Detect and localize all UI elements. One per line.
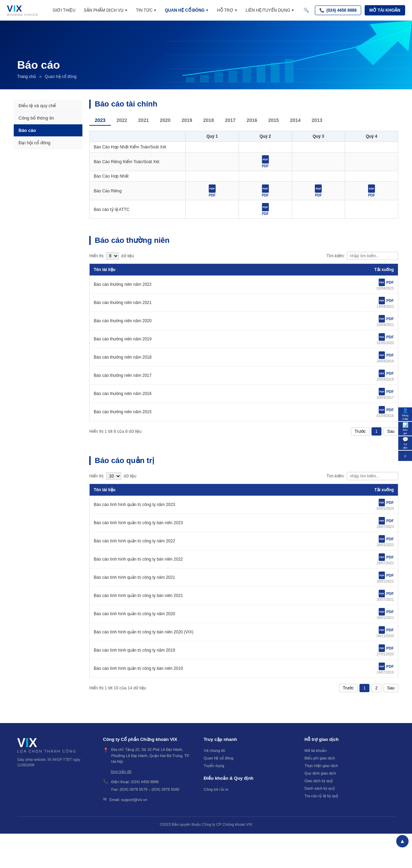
logo[interactable]: VIX Winning choice	[7, 4, 38, 16]
mgmt-pdf-link-8[interactable]: PDF PDF 27/01/2020	[339, 644, 394, 656]
year-tab-2014[interactable]: 2014	[284, 115, 306, 126]
mgmt-pdf-link-7[interactable]: PDF PDF 04/11/2020	[339, 626, 394, 638]
pdf-link-r3q3[interactable]: PDFPDF	[296, 184, 341, 197]
mgmt-row-name: Báo cáo tình hình quản trị công ty bán n…	[90, 550, 335, 568]
svg-rect-13	[285, 59, 294, 82]
year-tab-2013[interactable]: 2013	[306, 115, 328, 126]
mgmt-page-1[interactable]: 1	[359, 684, 369, 692]
footer-link-about[interactable]: Về chúng tôi	[204, 747, 294, 754]
pdf-link-r3q4[interactable]: PDFPDF	[349, 184, 394, 197]
sidebar-item-rules[interactable]: Điều lệ và quy chế	[14, 100, 82, 112]
table-row: Báo Cáo Riêng PDFPDF PDFPDF	[90, 182, 398, 200]
mgmt-pdf-link-9[interactable]: PDF PDF 24/07/2019	[339, 663, 394, 674]
nav-item-products[interactable]: SẢN PHẨM DỊCH VỤ▼	[80, 0, 132, 21]
sidebar-item-disclosure[interactable]: Công bố thông tin	[14, 112, 82, 124]
phone-button[interactable]: 📞(024) 4456 8888	[315, 5, 361, 15]
side-btn-next[interactable]: ›	[398, 451, 412, 461]
footer-link-rules[interactable]: Quy định giao dịch	[305, 769, 395, 777]
pdf-link-r3q2[interactable]: PDFPDF	[243, 184, 288, 197]
pdf-link-r1q2[interactable]: PDF PDF	[243, 155, 288, 168]
annual-pdf-link-4[interactable]: PDF PDF 24/04/2019	[311, 351, 394, 363]
mgmt-page-2[interactable]: 2	[371, 684, 381, 692]
table-row: Báo Cáo Riêng Kiểm Toán/Soát Xét PDF PDF	[90, 153, 398, 171]
mgmt-show-select[interactable]: 10	[106, 472, 121, 480]
year-tab-2018[interactable]: 2018	[198, 115, 219, 126]
search-button[interactable]: 🔍	[301, 5, 311, 15]
mgmt-pdf-link-4[interactable]: PDF PDF 20/01/2022	[339, 572, 394, 583]
footer-account-title: Điều khoản & Quy định	[204, 776, 294, 781]
annual-pdf-link-0[interactable]: PDF PDF 02/04/2023	[311, 279, 394, 290]
footer-link-risk[interactable]: Công bố rủi ro	[204, 786, 294, 793]
mgmt-row-name: Báo cáo tình hình quản trị công ty năm 2…	[90, 532, 335, 550]
breadcrumb-home[interactable]: Trang chủ	[17, 74, 36, 79]
annual-show-select[interactable]: 8	[106, 252, 119, 260]
pdf-link-r3q1[interactable]: PDFPDF	[190, 184, 234, 197]
footer-link-margin-rate[interactable]: Tra cứu tỷ lệ ký quỹ	[305, 792, 395, 800]
footer-view-map[interactable]: Xem bản đồ	[111, 768, 193, 775]
annual-pdf-link-5[interactable]: PDF PDF 20/04/2018	[311, 370, 394, 381]
annual-pdf-link-2[interactable]: PDF PDF 23/04/2021	[311, 315, 394, 327]
year-tab-2020[interactable]: 2020	[154, 115, 176, 126]
footer-link-margin-list[interactable]: Danh sách ký quỹ	[305, 785, 395, 792]
year-tab-2015[interactable]: 2015	[263, 115, 284, 126]
nav-item-news[interactable]: TIN TỨC▼	[132, 0, 161, 21]
header: VIX Winning choice GIỚI THIỆU SẢN PHẨM D…	[0, 0, 412, 21]
nav-item-contact[interactable]: LIÊN HỆ/TUYỂN DỤNG▼	[242, 0, 299, 21]
mgmt-page-btns: Trước 1 2 Sau	[339, 684, 398, 692]
year-tab-2021[interactable]: 2021	[133, 115, 154, 126]
footer-link-trading[interactable]: Thực hiện giao dịch	[305, 762, 395, 769]
annual-pdf-link-1[interactable]: PDF PDF 13/04/2022	[311, 297, 394, 308]
mgmt-pdf-link-2[interactable]: PDF PDF 20/01/2023	[339, 535, 394, 547]
mgmt-pdf-link-1[interactable]: PDF PDF 29/07/2023	[339, 517, 394, 529]
mgmt-table-row: Báo cáo tình hình quản trị công ty bán n…	[90, 514, 398, 532]
logo-tagline: Winning choice	[7, 13, 38, 16]
side-btn-quote[interactable]: 📊 Báogiá	[398, 422, 412, 436]
annual-next-btn[interactable]: Sau	[384, 427, 398, 436]
year-tab-2019[interactable]: 2019	[176, 115, 198, 126]
side-btn-consult[interactable]: 💬 Tưvấn	[398, 436, 412, 450]
mgmt-search-label: Tìm kiếm:	[327, 474, 345, 478]
annual-search-input[interactable]	[347, 252, 398, 260]
year-tab-2017[interactable]: 2017	[219, 115, 241, 126]
sidebar-item-reports[interactable]: Báo cáo	[14, 124, 82, 137]
mgmt-search-input[interactable]	[347, 472, 398, 480]
footer-link-careers[interactable]: Tuyển dụng	[204, 762, 294, 769]
sidebar: Điều lệ và quy chế Công bố thông tin Báo…	[14, 100, 82, 713]
annual-prev-btn[interactable]: Trước	[351, 427, 369, 436]
annual-pdf-link-3[interactable]: PDF PDF 31/05/2020	[311, 333, 394, 345]
mgmt-prev-btn[interactable]: Trước	[339, 684, 357, 692]
annual-pdf-link-6[interactable]: PDF PDF 20/04/2017	[311, 388, 394, 399]
side-btn-login[interactable]: 👤 Đăngnhập	[398, 407, 412, 421]
nav-item-shareholders[interactable]: QUAN HỆ CỔ ĐÔNG▼	[161, 0, 213, 21]
footer-link-shareholders[interactable]: Quan hệ cổ đông	[204, 754, 294, 762]
year-tab-2016[interactable]: 2016	[241, 115, 263, 126]
footer-link-fee[interactable]: Biểu phí giao dịch	[305, 754, 395, 762]
sidebar-item-agm[interactable]: Đại hội cổ đông	[14, 137, 82, 149]
nav-item-about[interactable]: GIỚI THIỆU	[49, 0, 80, 21]
nav-item-support[interactable]: HỖ TRỢ▼	[213, 0, 242, 21]
mgmt-pdf-link-5[interactable]: PDF PDF 30/07/2021	[339, 590, 394, 601]
annual-pdf-link-7[interactable]: PDF PDF 01/04/2016	[311, 406, 394, 418]
year-tab-2023[interactable]: 2023	[89, 115, 111, 126]
mgmt-pdf-link-0[interactable]: PDF PDF 02/01/2024	[339, 499, 394, 510]
location-icon: 📍	[103, 747, 108, 753]
management-report-section: Báo cáo quản trị Hiển thị 10 dữ liệu Tìm…	[89, 456, 398, 696]
svg-rect-10	[242, 68, 251, 82]
mgmt-pdf-link-3[interactable]: PDF PDF 29/07/2022	[339, 553, 394, 565]
mgmt-pagination: Hiển thị 1 tới 10 của 14 dữ liệu Trước 1…	[89, 680, 398, 696]
fin-col-q4: Quý 4	[345, 131, 398, 142]
pdf-link-r4q2[interactable]: PDFPDF	[243, 203, 288, 216]
open-account-button[interactable]: MỞ TÀI KHOẢN	[365, 5, 405, 15]
mgmt-next-btn[interactable]: Sau	[384, 684, 398, 692]
footer-address: Địa chỉ: Tầng 22, Số 32 Phố Lê Đại Hành,…	[111, 747, 193, 765]
mgmt-table-row: Báo cáo tình hình quản trị công ty bán n…	[90, 587, 398, 605]
mgmt-pdf-link-6[interactable]: PDF PDF 29/01/2021	[339, 608, 394, 620]
annual-row-name: Báo cáo thường niên năm 2018	[90, 348, 307, 367]
email-icon: ✉	[103, 797, 107, 802]
footer-link-open-account[interactable]: Mở tài khoản	[305, 747, 395, 754]
side-buttons: 👤 Đăngnhập 📊 Báogiá 💬 Tưvấn ›	[398, 407, 412, 461]
footer-link-margin[interactable]: Giao dịch ký quỹ	[305, 777, 395, 785]
annual-page-1[interactable]: 1	[371, 427, 381, 436]
footer: VIX LỰA CHỌN THÀNH CÔNG Giấy phép websit…	[0, 723, 412, 834]
year-tab-2022[interactable]: 2022	[111, 115, 133, 126]
